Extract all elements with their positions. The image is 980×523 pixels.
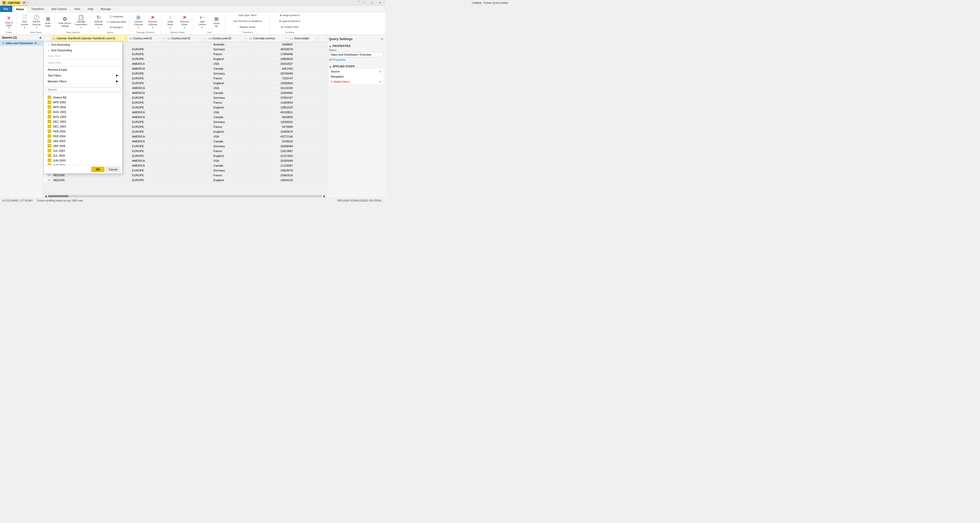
name-prop-value[interactable]: Sales and Distribution: Overview — [329, 52, 383, 57]
col-header-country-l02[interactable]: Aↄ Country.Level 02 ▾ — [166, 35, 207, 42]
h-scrollbar[interactable]: ◀ ▶ — [43, 194, 327, 198]
properties-collapse-icon[interactable]: ▲ — [329, 45, 331, 48]
filter-checkbox-feb-2004[interactable] — [48, 134, 51, 138]
member-filters-item[interactable]: Member Filters ▶ — [44, 78, 122, 84]
scroll-right-button[interactable]: ▶ — [323, 194, 326, 198]
filter-search-input[interactable] — [46, 87, 120, 92]
filter-item-dec-2003[interactable]: DEC 2003 — [44, 119, 122, 124]
filter-item-feb-2003[interactable]: FEB 2003 — [44, 129, 122, 134]
col-header-cost-stats[interactable]: 1.2 Cost stats currency ▾ — [248, 35, 288, 42]
filter-checkbox-apr-2004[interactable] — [48, 105, 51, 109]
right-panel-close-icon[interactable]: ✕ — [381, 37, 383, 41]
table-cell — [169, 124, 211, 129]
filter-item-aug-2003[interactable]: AUG 2003 — [44, 110, 122, 114]
step-source-settings-icon[interactable]: ⚙ — [379, 70, 382, 73]
group-by-button[interactable]: ⊞ GroupBy — [210, 14, 223, 30]
tab-file[interactable]: File — [0, 6, 12, 12]
data-type-button[interactable]: Data Type: Text ▾ — [227, 13, 268, 18]
filter-item-aug-2004[interactable]: AUG 2004 — [44, 114, 122, 119]
filter-checkbox-dec-2003[interactable] — [48, 120, 51, 123]
tab-add-column[interactable]: Add Column — [48, 6, 71, 12]
recent-sources-button[interactable]: 🕐 RecentSources ▾ — [30, 14, 42, 30]
remove-empty-item[interactable]: Remove Empty — [44, 67, 122, 72]
filter-item-apr-2003[interactable]: APR 2003 — [44, 100, 122, 105]
tab-home[interactable]: Home — [12, 6, 28, 12]
append-queries-button[interactable]: ⊞ Append Queries ▾ — [272, 19, 307, 24]
h-scroll-track[interactable] — [48, 195, 322, 197]
remove-rows-button[interactable]: ✕ RemoveRows ▾ — [178, 14, 191, 30]
filter-cancel-button[interactable]: Cancel — [106, 167, 120, 172]
col-header-country-l02-type-icon: Aↄ — [167, 37, 170, 40]
scroll-left-button[interactable]: ◀ — [44, 194, 48, 198]
filter-checkbox-jul-2004[interactable] — [48, 154, 51, 157]
tab-manage[interactable]: Manage — [97, 6, 115, 12]
filter-checkbox-jan-2004[interactable] — [48, 144, 51, 148]
filter-item-jul-2003[interactable]: JUL 2003 — [44, 148, 122, 153]
manage-parameters-button[interactable]: 📋 ManageParameters ▾ — [73, 14, 89, 30]
data-source-settings-button[interactable]: ⚙ Data sourcesettings — [57, 14, 73, 30]
filter-item-apr-2004[interactable]: APR 2004 — [44, 105, 122, 110]
filter-checkbox-apr-2003[interactable] — [48, 100, 51, 104]
h-scroll-thumb[interactable] — [48, 195, 68, 197]
filter-checkbox-jul-2003[interactable] — [48, 149, 51, 152]
filter-ok-button[interactable]: OK — [91, 167, 104, 172]
close-button[interactable]: × — [376, 0, 383, 5]
filter-item-jun-2004[interactable]: JUN 2004 — [44, 163, 122, 165]
tab-help[interactable]: Help — [84, 6, 97, 12]
save-icon[interactable]: 💾 — [23, 2, 25, 4]
step-added-items[interactable]: ✕ Added Items ⚙ — [329, 79, 383, 84]
filter-checkbox-feb-2003[interactable] — [48, 130, 51, 133]
filter-item-select-all[interactable]: (Select All) — [44, 95, 122, 100]
split-column-button[interactable]: ⊢ SplitColumn ▾ — [195, 14, 209, 30]
col-header-country-l01[interactable]: Aↄ Country.Level 01 ▾ — [127, 35, 166, 42]
maximize-button[interactable]: □ — [369, 0, 375, 5]
properties-button[interactable]: 📋 Properties — [105, 14, 127, 19]
combine-files-button[interactable]: ⊞ Combine Files — [272, 25, 307, 30]
filter-item-feb-2004[interactable]: FEB 2004 — [44, 134, 122, 138]
tab-view[interactable]: View — [71, 6, 84, 12]
filter-item-jan-2004[interactable]: JAN 2004 — [44, 143, 122, 148]
undo-icon[interactable]: ↩ — [27, 2, 29, 4]
merge-queries-button[interactable]: ⊞ Merge Queries ▾ — [272, 13, 307, 18]
advanced-editor-button[interactable]: 📝 Advanced Editor — [105, 19, 127, 24]
close-apply-button[interactable]: ✕ Close &Apply ▾ — [3, 14, 15, 30]
col-header-calendar[interactable]: Aↄ Calendar Year/Month.Calendar Year/Mon… — [51, 35, 127, 42]
queries-collapse-icon[interactable]: ◀ — [39, 36, 41, 39]
filter-checkbox-dec-2004[interactable] — [48, 125, 51, 128]
manage-dropdown-button[interactable]: ⚙ Manage ▾ — [105, 25, 127, 30]
col-header-country-l03[interactable]: Aↄ Country.Level 03 ▾ — [207, 35, 248, 42]
filter-checkbox-aug-2004[interactable] — [48, 115, 51, 118]
applied-steps-collapse-icon[interactable]: ▲ — [329, 65, 331, 68]
filter-checkbox-jun-2004[interactable] — [48, 164, 51, 165]
filter-item-jan-2003[interactable]: JAN 2003 — [44, 138, 122, 143]
replace-values-button[interactable]: Replace Values — [227, 25, 268, 30]
col-header-gross-weight[interactable]: 1.2 Gross weight ▾ — [288, 35, 319, 42]
sort-ascending-item[interactable]: ↑ Sort Ascending — [44, 42, 122, 48]
filter-checkbox-select-all[interactable] — [48, 96, 51, 99]
step-navigation[interactable]: Navigation — [329, 74, 383, 79]
new-source-button[interactable]: 📄 NewSource ▾ — [19, 14, 30, 30]
minimize-button[interactable]: − — [361, 0, 368, 5]
remove-columns-button[interactable]: ✕ RemoveColumns ▾ — [146, 14, 159, 30]
sort-descending-item[interactable]: ↓ Sort Descending — [44, 48, 122, 53]
table-cell: England — [211, 105, 253, 110]
filter-checkbox-aug-2003[interactable] — [48, 110, 51, 113]
choose-columns-button[interactable]: ⊞ ChooseColumns ▾ — [131, 14, 145, 30]
filter-checkbox-jun-2003[interactable] — [48, 159, 51, 162]
tab-transform[interactable]: Transform — [28, 6, 48, 12]
filter-item-jun-2003[interactable]: JUN 2003 — [44, 158, 122, 163]
step-source[interactable]: Source ⚙ — [329, 69, 383, 74]
step-added-items-settings-icon[interactable]: ⚙ — [379, 80, 382, 83]
ribbon: File Home Transform Add Column View Help… — [0, 6, 385, 35]
help-icon[interactable]: ? — [358, 0, 360, 5]
filter-item-dec-2004[interactable]: DEC 2004 — [44, 124, 122, 129]
enter-data-button[interactable]: ⊞ EnterData — [43, 14, 53, 30]
refresh-preview-button[interactable]: ↻ RefreshPreview ▾ — [93, 14, 104, 30]
query-item-sales-dist[interactable]: ⊞ Sales and Distribution: O... — [0, 40, 43, 46]
use-first-row-button[interactable]: Use First Row as Headers ▾ — [227, 19, 268, 24]
all-properties-link[interactable]: All Properties — [329, 58, 383, 61]
text-filters-item[interactable]: Text Filters ▶ — [44, 72, 122, 78]
keep-rows-button[interactable]: ↑ KeepRows ▾ — [163, 14, 177, 30]
filter-item-jul-2004[interactable]: JUL 2004 — [44, 153, 122, 158]
filter-checkbox-jan-2003[interactable] — [48, 139, 51, 143]
